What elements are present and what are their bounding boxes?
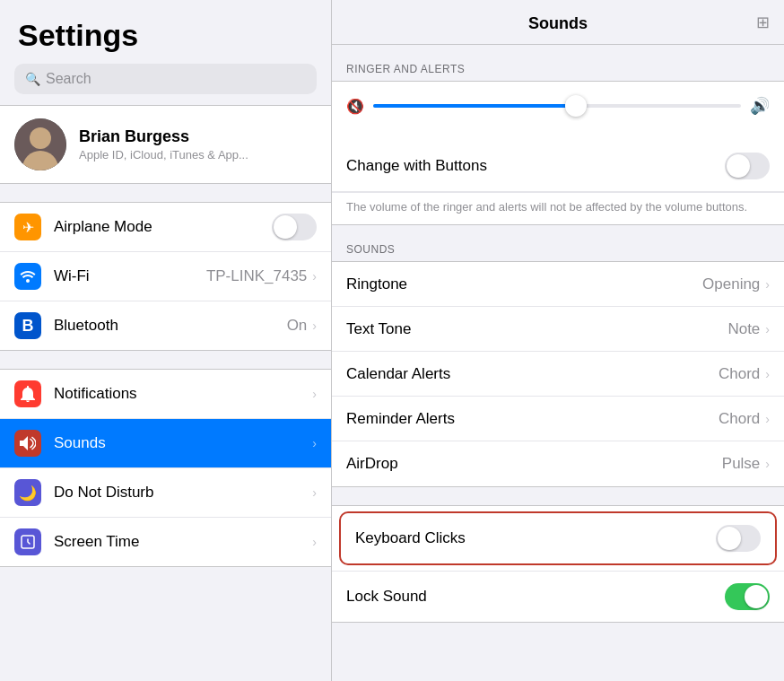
search-placeholder: Search (46, 71, 91, 87)
calendaralerts-value: Chord (719, 365, 760, 383)
sounds-chevron: › (312, 436, 317, 450)
wifi-chevron: › (312, 269, 317, 284)
calendaralerts-row[interactable]: Calendar Alerts Chord › (332, 352, 784, 397)
donotdisturb-chevron: › (312, 485, 317, 500)
texttone-row[interactable]: Text Tone Note › (332, 307, 784, 352)
reminderalerts-label: Reminder Alerts (346, 410, 719, 428)
donotdisturb-label: Do Not Disturb (54, 484, 312, 502)
avatar (14, 118, 66, 170)
volume-slider[interactable] (373, 104, 741, 108)
airdrop-row[interactable]: AirDrop Pulse › (332, 441, 784, 486)
wifi-label: Wi-Fi (54, 267, 206, 285)
left-panel: Settings 🔍 Search Brian Burgess Apple ID… (0, 0, 332, 681)
airdrop-label: AirDrop (346, 455, 722, 473)
screentime-chevron: › (312, 535, 317, 549)
ringer-section-header: RINGER AND ALERTS (332, 63, 784, 81)
sidebar-item-notifications[interactable]: Notifications › (0, 370, 331, 419)
connectivity-group: ✈ Airplane Mode Wi-Fi TP-LINK_7435 › B B… (0, 202, 331, 351)
ringtone-label: Ringtone (346, 275, 702, 293)
sidebar-item-airplane[interactable]: ✈ Airplane Mode (0, 203, 331, 252)
locksound-label: Lock Sound (346, 588, 725, 606)
keyboard-clicks-row[interactable]: Keyboard Clicks (341, 513, 775, 563)
airdrop-chevron: › (765, 457, 770, 471)
change-with-buttons-note: The volume of the ringer and alerts will… (332, 192, 784, 224)
airplane-icon: ✈ (14, 214, 41, 240)
toggle-thumb (727, 154, 750, 178)
texttone-value: Note (727, 320, 760, 338)
donotdisturb-icon: 🌙 (14, 479, 41, 506)
sidebar-item-screentime[interactable]: Screen Time › (0, 518, 331, 566)
extra-group: Keyboard Clicks Lock Sound (332, 505, 784, 623)
settings-title: Settings (0, 0, 331, 60)
ringer-group: 🔇 🔊 Change with Buttons The volume of t (332, 81, 784, 225)
sidebar-item-wifi[interactable]: Wi-Fi TP-LINK_7435 › (0, 252, 331, 301)
ringer-section-wrapper: RINGER AND ALERTS 🔇 🔊 Change with Button… (332, 63, 784, 225)
bluetooth-icon: B (14, 312, 41, 339)
sounds-label: Sounds (54, 434, 312, 452)
reminderalerts-value: Chord (719, 410, 760, 428)
sidebar-item-sounds[interactable]: Sounds › (0, 419, 331, 468)
bluetooth-value: On (287, 317, 308, 335)
keyboard-clicks-wrapper: Keyboard Clicks (332, 506, 784, 572)
airdrop-value: Pulse (722, 455, 761, 473)
volume-low-icon: 🔇 (346, 98, 364, 115)
keyboard-clicks-highlight: Keyboard Clicks (339, 511, 777, 565)
search-icon: 🔍 (25, 72, 40, 86)
calendaralerts-label: Calendar Alerts (346, 365, 719, 383)
keyboard-clicks-label: Keyboard Clicks (355, 529, 716, 547)
right-title: Sounds (528, 14, 588, 32)
ringer-slider-row: 🔇 🔊 (346, 96, 770, 116)
wifi-icon (14, 263, 41, 290)
wifi-value: TP-LINK_7435 (206, 267, 307, 285)
sidebar-item-bluetooth[interactable]: B Bluetooth On › (0, 301, 331, 350)
sounds-group: Ringtone Opening › Text Tone Note › Cale… (332, 261, 784, 487)
sounds-icon (14, 430, 41, 457)
change-with-buttons-toggle[interactable] (725, 153, 770, 179)
toggle-thumb (745, 585, 768, 608)
general-group: Notifications › Sounds › 🌙 Do Not Distur… (0, 369, 331, 567)
svg-marker-1 (20, 436, 28, 450)
profile-section[interactable]: Brian Burgess Apple ID, iCloud, iTunes &… (0, 105, 331, 184)
grid-icon[interactable]: ⊞ (756, 13, 770, 32)
search-bar[interactable]: 🔍 Search (14, 64, 317, 94)
change-with-buttons-label: Change with Buttons (346, 157, 725, 175)
profile-info: Brian Burgess Apple ID, iCloud, iTunes &… (79, 127, 248, 162)
bluetooth-label: Bluetooth (54, 317, 287, 335)
volume-high-icon: 🔊 (750, 96, 770, 116)
right-header: Sounds ⊞ (332, 0, 784, 45)
profile-name: Brian Burgess (79, 127, 248, 146)
slider-fill (373, 104, 576, 108)
texttone-chevron: › (765, 322, 770, 336)
ringer-slider-section: 🔇 🔊 (332, 82, 784, 141)
sounds-section-header: SOUNDS (332, 243, 784, 261)
right-panel: Sounds ⊞ RINGER AND ALERTS 🔇 🔊 (332, 0, 784, 681)
sounds-section-wrapper: SOUNDS Ringtone Opening › Text Tone Note… (332, 243, 784, 487)
ringtone-row[interactable]: Ringtone Opening › (332, 262, 784, 307)
calendaralerts-chevron: › (765, 367, 770, 381)
svg-point-0 (26, 279, 30, 283)
texttone-label: Text Tone (346, 320, 727, 338)
notifications-icon (14, 380, 41, 407)
screentime-label: Screen Time (54, 533, 312, 551)
screentime-icon (14, 528, 41, 555)
profile-subtitle: Apple ID, iCloud, iTunes & App... (79, 148, 248, 162)
right-content: RINGER AND ALERTS 🔇 🔊 Change with Button… (332, 45, 784, 681)
notifications-chevron: › (312, 387, 317, 401)
toggle-thumb (718, 527, 741, 550)
bluetooth-chevron: › (312, 319, 317, 333)
slider-thumb (565, 95, 587, 117)
extra-section-wrapper: Keyboard Clicks Lock Sound (332, 505, 784, 623)
reminderalerts-chevron: › (765, 412, 770, 426)
locksound-row[interactable]: Lock Sound (332, 572, 784, 622)
airplane-label: Airplane Mode (54, 218, 272, 236)
notifications-label: Notifications (54, 385, 312, 403)
change-with-buttons-row[interactable]: Change with Buttons (332, 141, 784, 192)
locksound-toggle[interactable] (725, 583, 770, 610)
ringtone-chevron: › (765, 277, 770, 292)
toggle-thumb (274, 215, 297, 239)
sidebar-item-donotdisturb[interactable]: 🌙 Do Not Disturb › (0, 468, 331, 518)
airplane-toggle[interactable] (272, 214, 317, 240)
ringtone-value: Opening (702, 275, 760, 293)
keyboard-clicks-toggle[interactable] (716, 525, 761, 552)
reminderalerts-row[interactable]: Reminder Alerts Chord › (332, 397, 784, 441)
